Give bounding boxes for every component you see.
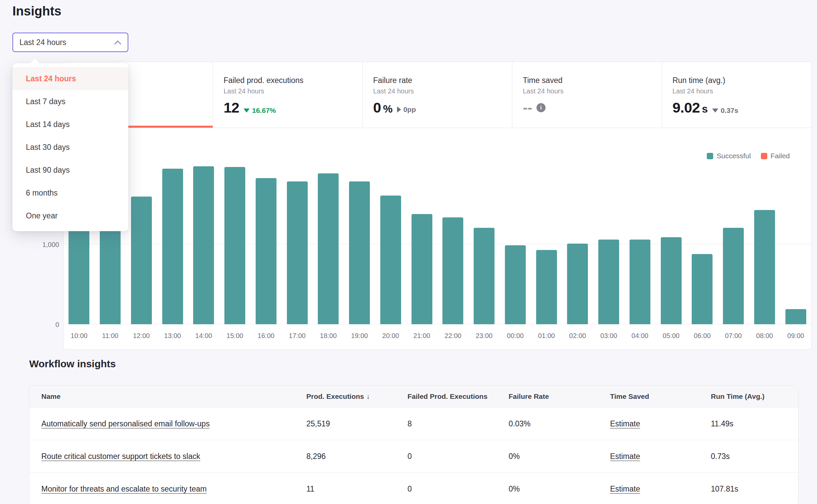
x-axis-label: 06:00 bbox=[687, 332, 718, 340]
chart-bar bbox=[505, 245, 526, 324]
estimate-link[interactable]: Estimate bbox=[610, 452, 640, 461]
x-axis-label: 00:00 bbox=[500, 332, 531, 340]
x-axis-label: 18:00 bbox=[313, 332, 344, 340]
time-range-option[interactable]: 6 months bbox=[12, 181, 128, 204]
chart-bar bbox=[442, 217, 463, 324]
cell-time_saved: Estimate bbox=[598, 485, 699, 494]
card-value-row: 1216.67% bbox=[223, 99, 354, 116]
workflow-link[interactable]: Route critical customer support tickets … bbox=[41, 452, 200, 461]
chevron-up-icon bbox=[114, 40, 121, 47]
card-title: Failure rate bbox=[373, 76, 504, 85]
cell-run_time_avg: 11.49s bbox=[699, 419, 799, 428]
x-axis-label: 10:00 bbox=[63, 332, 95, 340]
bar-slot: 03:00 bbox=[593, 156, 625, 324]
time-range-option[interactable]: Last 30 days bbox=[12, 136, 128, 159]
x-axis-label: 09:00 bbox=[780, 332, 811, 340]
card-value-row: 0%0pp bbox=[373, 99, 504, 116]
chart-bar bbox=[474, 228, 494, 324]
card-subtitle: Last 24 hours bbox=[673, 87, 803, 95]
bar-slot: 23:00 bbox=[469, 156, 500, 324]
cell-run_time_avg: 107.81s bbox=[699, 485, 799, 494]
time-range-option[interactable]: Last 90 days bbox=[12, 159, 128, 181]
column-header[interactable]: Failure Rate bbox=[497, 392, 598, 401]
time-range-select[interactable]: Last 24 hours bbox=[12, 33, 128, 52]
x-axis-label: 16:00 bbox=[251, 332, 282, 340]
chart-bar bbox=[536, 250, 557, 324]
chart-bar bbox=[69, 220, 89, 324]
y-axis-label: 0 bbox=[27, 321, 59, 329]
column-header-label: Prod. Executions bbox=[306, 392, 364, 401]
cell-time_saved: Estimate bbox=[598, 419, 699, 428]
chart-bar bbox=[630, 240, 650, 324]
card-delta-text: 16.67% bbox=[252, 107, 276, 115]
cell-failure_rate: 0.03% bbox=[497, 419, 598, 428]
bar-slot: 20:00 bbox=[375, 156, 406, 324]
cell-name: Monitor for threats and escalate to secu… bbox=[29, 485, 294, 494]
chart-plot: 01,00010:0011:0012:0013:0014:0015:0016:0… bbox=[63, 156, 811, 324]
summary-card[interactable]: Run time (avg.)Last 24 hours9.02s0.37s bbox=[662, 62, 811, 128]
chart-bar bbox=[567, 244, 588, 324]
workflow-link[interactable]: Automatically send personalised email fo… bbox=[41, 419, 210, 428]
column-header-label: Name bbox=[41, 392, 60, 401]
card-delta-text: 0pp bbox=[403, 106, 416, 114]
cell-prod_executions: 11 bbox=[294, 485, 395, 494]
x-axis-label: 22:00 bbox=[437, 332, 469, 340]
time-range-option[interactable]: One year bbox=[12, 204, 128, 227]
bar-slot: 15:00 bbox=[219, 156, 251, 324]
estimate-link[interactable]: Estimate bbox=[610, 485, 640, 493]
cell-prod_executions: 25,519 bbox=[294, 419, 395, 428]
card-delta: 16.67% bbox=[244, 107, 276, 115]
card-value: 9.02 bbox=[673, 99, 700, 116]
column-header[interactable]: Run Time (Avg.) bbox=[699, 392, 799, 401]
chart-bar bbox=[224, 167, 245, 324]
summary-card[interactable]: Failed prod. executionsLast 24 hours1216… bbox=[213, 62, 362, 128]
x-axis-label: 03:00 bbox=[593, 332, 625, 340]
bar-slot: 14:00 bbox=[188, 156, 219, 324]
column-header[interactable]: Failed Prod. Executions bbox=[395, 392, 497, 401]
bar-slot: 19:00 bbox=[344, 156, 375, 324]
chart-bar bbox=[318, 173, 339, 324]
card-subtitle: Last 24 hours bbox=[373, 87, 504, 95]
time-range-option[interactable]: Last 7 days bbox=[12, 90, 128, 113]
bar-slot: 04:00 bbox=[625, 156, 656, 324]
triangle-right-icon bbox=[397, 107, 401, 113]
card-value: -- bbox=[523, 99, 532, 116]
summary-card[interactable]: Time savedLast 24 hours-- bbox=[512, 62, 661, 128]
column-header-label: Run Time (Avg.) bbox=[711, 392, 765, 401]
column-header[interactable]: Prod. Executions↓ bbox=[294, 392, 395, 401]
chart-bar bbox=[661, 237, 682, 324]
page-title: Insights bbox=[12, 4, 61, 18]
summary-card[interactable]: Failure rateLast 24 hours0%0pp bbox=[362, 62, 512, 128]
x-axis-label: 13:00 bbox=[157, 332, 188, 340]
x-axis-label: 17:00 bbox=[282, 332, 313, 340]
x-axis-label: 14:00 bbox=[188, 332, 219, 340]
chart-bar bbox=[193, 166, 214, 324]
column-header[interactable]: Name bbox=[29, 392, 294, 401]
estimate-link[interactable]: Estimate bbox=[610, 419, 640, 428]
triangle-down-icon bbox=[712, 109, 718, 113]
card-value-unit: % bbox=[383, 103, 392, 115]
x-axis-label: 11:00 bbox=[95, 332, 126, 340]
x-axis-label: 02:00 bbox=[562, 332, 593, 340]
card-delta: 0.37s bbox=[712, 107, 738, 115]
table-row: Monitor for threats and escalate to secu… bbox=[29, 472, 798, 504]
insights-panel: Failed prod. executionsLast 24 hours1216… bbox=[63, 61, 812, 350]
bar-slot: 12:00 bbox=[126, 156, 157, 324]
cell-name: Automatically send personalised email fo… bbox=[29, 419, 294, 428]
card-subtitle: Last 24 hours bbox=[223, 87, 354, 95]
bar-slot: 13:00 bbox=[157, 156, 188, 324]
chart-bar bbox=[754, 210, 775, 324]
bar-slot: 16:00 bbox=[251, 156, 282, 324]
bar-slot: 02:00 bbox=[562, 156, 593, 324]
cell-name: Route critical customer support tickets … bbox=[29, 452, 294, 461]
cell-failed_prod_executions: 0 bbox=[395, 452, 497, 461]
chart-bar bbox=[785, 309, 806, 324]
workflow-link[interactable]: Monitor for threats and escalate to secu… bbox=[41, 485, 207, 493]
x-axis-label: 04:00 bbox=[625, 332, 656, 340]
column-header[interactable]: Time Saved bbox=[598, 392, 699, 401]
card-title: Run time (avg.) bbox=[673, 76, 803, 85]
time-range-option[interactable]: Last 14 days bbox=[12, 113, 128, 136]
column-header-label: Failure Rate bbox=[509, 392, 549, 401]
workflow-insights-title: Workflow insights bbox=[29, 358, 116, 370]
time-range-option[interactable]: Last 24 hours bbox=[12, 67, 128, 90]
